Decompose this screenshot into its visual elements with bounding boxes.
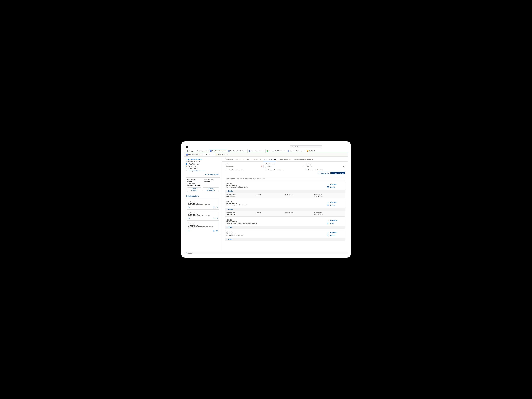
svg-rect-8 (216, 230, 218, 231)
sub-tabs: 👤Frau Petra Reuter▾×a1S7a00...▾×⚡cvPLUpd… (184, 153, 348, 157)
details-toggle[interactable]: ⌄Details (225, 190, 345, 193)
refresh-icon[interactable]: ↻ (188, 229, 190, 232)
detail-tab[interactable]: VERBRAUCH (252, 158, 261, 161)
show-all-contacts-button[interactable]: Alle Kontakte anzeigen (204, 173, 220, 176)
person-icon: 👤 (186, 163, 188, 165)
close-icon[interactable]: × (317, 150, 318, 152)
customer-phone: +49611370814 (189, 168, 198, 169)
filter-date-label: Datum (224, 163, 264, 165)
customer-person: Frau Petra Reuter (189, 163, 200, 165)
sidebar-history-item[interactable]: 20.6.2022Online ServicePreisänderungssch… (187, 211, 219, 221)
close-icon[interactable]: × (285, 150, 285, 152)
svg-rect-12 (327, 205, 329, 206)
email-icon: ✉ (186, 170, 188, 171)
left-panel: Frau Petra Reuter Geschäftspartner Priva… (184, 157, 222, 252)
direction-badge: Eingehend (327, 183, 343, 185)
reset-password-button[interactable]: Passwort zurücksetzen (203, 187, 219, 192)
close-icon[interactable]: × (304, 150, 305, 152)
download-icon (213, 206, 215, 209)
nav-tab[interactable]: ≡All Assets | Assets▾× (247, 149, 266, 153)
svg-rect-16 (327, 235, 329, 236)
lastlogin-label: Letzter Login (187, 183, 219, 184)
svg-rect-2 (216, 207, 218, 208)
channel-badge: Internet (327, 204, 343, 206)
detail-tab[interactable]: KUNDENHISTORIE (263, 158, 276, 161)
sub-tab[interactable]: 👤Frau Petra Reuter▾× (185, 153, 203, 156)
channel-badge: E-Mail (327, 222, 343, 224)
username-label: Benutzername (187, 179, 202, 180)
nav-tab[interactable]: 💼00001060▾× (306, 149, 319, 153)
nav-tab[interactable]: ✎OmniStudio FlexCards▾× (227, 149, 247, 153)
filter-type-select[interactable]: Wählen...▾ (265, 165, 304, 168)
username-value: petreu (187, 180, 202, 182)
monitor-icon (216, 217, 218, 219)
check-icon: ✓ (333, 172, 334, 174)
filter-type-label: Interaktionstyp (265, 163, 304, 165)
global-search[interactable] (290, 145, 322, 148)
detail-tab[interactable]: ABSCHLAGSPLAN (279, 158, 291, 161)
chevron-icon: ⌄ (227, 209, 228, 210)
detail-tab[interactable]: ÜBERBLICK (224, 158, 233, 161)
lastlogin-value: 15.11.2013 06:24:11 (187, 184, 219, 186)
nav-tab[interactable]: ✎Omniscript Designer▾× (286, 149, 306, 153)
app-logo-icon (186, 145, 188, 148)
channel-badge: Internet (327, 234, 343, 236)
search-icon (291, 146, 293, 148)
close-icon[interactable]: × (212, 154, 213, 156)
refresh-icon[interactable]: ↻ (188, 206, 190, 209)
filter-direction-label: Richtung (306, 163, 345, 165)
footer-bar: 🕓 History (184, 252, 348, 254)
svg-point-0 (291, 146, 292, 147)
customer-email[interactable]: reuterpetra@gmx.de.invalid (189, 170, 205, 171)
reset-filter-button[interactable]: ↶Zurücksetzen (318, 172, 330, 175)
nav-tab[interactable]: 👤Frau Petra Reuter▾× (209, 149, 227, 153)
channel-icon (327, 204, 329, 206)
sub-tab[interactable]: ⚡cvPLUpda...▾× (215, 153, 229, 156)
direction-badge: Eingehend (327, 232, 343, 234)
sidebar-history-item[interactable]: 20.6.2022Online ServicePreisänderungssch… (187, 200, 219, 210)
footer-history-label[interactable]: History (188, 253, 192, 254)
close-icon[interactable]: × (246, 150, 246, 152)
calendar-icon: 📅 (261, 165, 262, 167)
filter-date-input[interactable]: Datum wählen...📅 (224, 165, 264, 168)
nav-tab[interactable]: Inventory Items▾ (196, 149, 209, 153)
phone-icon: 📞 (186, 168, 188, 169)
direction-icon (327, 201, 329, 203)
svg-line-1 (292, 147, 293, 147)
details-toggle[interactable]: ⌄Details (225, 208, 345, 211)
user-account-card: Benutzernamepetreu RegistrierstatusRegis… (186, 177, 220, 193)
detail-tab[interactable]: MARKETINGEINWILLIGUNG (294, 158, 313, 161)
direction-icon (327, 219, 329, 222)
channel-icon (327, 186, 329, 188)
history-item: 03.1.2022Online ServiceOnline-Dokument a… (224, 230, 345, 241)
nav-tab[interactable]: 📍Aachener Str. 1351 5...▾× (266, 149, 286, 153)
filter-direction-select[interactable]: Wählen...▾ (306, 165, 345, 168)
download-icon (213, 217, 215, 219)
close-icon[interactable]: × (201, 154, 202, 155)
refresh-icon[interactable]: ↻ (188, 217, 190, 219)
checkbox-repeat[interactable]: Nur Wiederholungskontakte (265, 169, 304, 171)
sub-tab[interactable]: a1S7a00...▾× (203, 153, 215, 156)
filters: Datum Datum wählen...📅 Interaktionstyp W… (222, 162, 348, 176)
apply-filter-button[interactable]: ✓Filter anwenden (331, 172, 345, 175)
history-item: 20.6.2022Online ServicePreisänderungssch… (224, 200, 345, 216)
logout-user-button[interactable]: Benutzer abmelden (187, 187, 202, 192)
details-toggle[interactable]: ›Details (225, 226, 345, 229)
details-toggle[interactable]: ›Details (225, 238, 345, 241)
customer-birthdate: 01.04.1956 (189, 165, 196, 167)
sidebar-history-item[interactable]: 10.6.2022Online ServiceInfo über neues P… (187, 222, 219, 233)
history-search-input[interactable] (224, 177, 345, 180)
checkbox-complaints[interactable]: Nur Beschwerden anzeigen (224, 169, 264, 171)
direction-icon (327, 183, 329, 185)
close-icon[interactable]: × (264, 150, 264, 152)
chevron-down-icon: ▾ (303, 165, 303, 167)
app-launcher[interactable]: Kunde (184, 149, 196, 153)
regstatus-label: Registrierstatus (204, 179, 219, 180)
search-input[interactable] (294, 146, 321, 147)
close-icon[interactable]: × (225, 150, 226, 152)
undo-icon: ↶ (319, 172, 321, 174)
checkbox-online[interactable]: Online Service Kontakte (306, 169, 345, 171)
close-icon[interactable]: × (227, 154, 228, 155)
detail-tabs: ÜBERBLICKRECHNUNGSINFOSVERBRAUCHKUNDENHI… (222, 157, 348, 162)
detail-tab[interactable]: RECHNUNGSINFOS (236, 158, 249, 161)
